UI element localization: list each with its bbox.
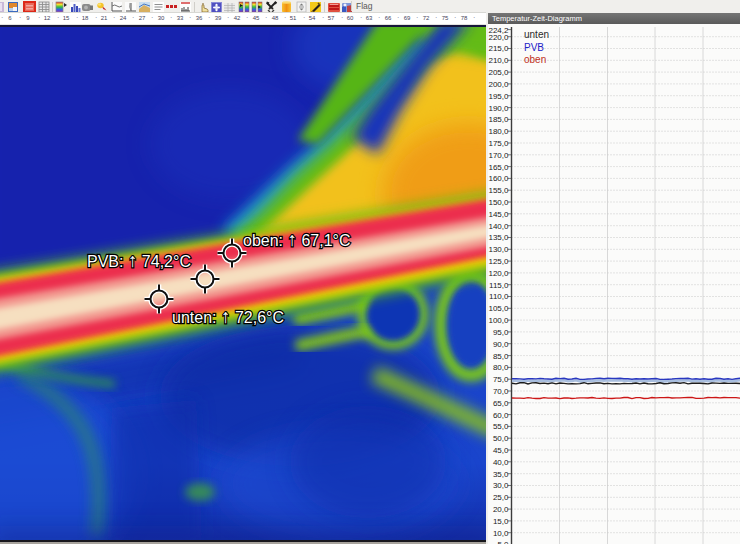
svg-text:160,0: 160,0 — [488, 174, 509, 183]
svg-text:120,0: 120,0 — [488, 269, 509, 278]
svg-text:205,0: 205,0 — [488, 68, 509, 77]
svg-text:150,0: 150,0 — [488, 198, 509, 207]
svg-text:145,0: 145,0 — [488, 210, 509, 219]
svg-text:45,0: 45,0 — [493, 446, 509, 455]
svg-text:170,0: 170,0 — [488, 151, 509, 160]
svg-text:75,0: 75,0 — [493, 375, 509, 384]
svg-text:135,0: 135,0 — [488, 233, 509, 242]
svg-text:80,0: 80,0 — [493, 363, 509, 372]
svg-text:50,0: 50,0 — [493, 434, 509, 443]
svg-text:15,0: 15,0 — [493, 517, 509, 526]
svg-text:215,0: 215,0 — [488, 44, 509, 53]
svg-text:65,0: 65,0 — [493, 399, 509, 408]
svg-text:190,0: 190,0 — [488, 104, 509, 113]
svg-text:55,0: 55,0 — [493, 422, 509, 431]
svg-text:60,0: 60,0 — [493, 411, 509, 420]
svg-text:130,0: 130,0 — [488, 245, 509, 254]
svg-text:165,0: 165,0 — [488, 163, 509, 172]
svg-text:180,0: 180,0 — [488, 127, 509, 136]
svg-text:100,0: 100,0 — [488, 316, 509, 325]
svg-text:unten: ↑ 72,6°C: unten: ↑ 72,6°C — [172, 306, 284, 327]
svg-text:90,0: 90,0 — [493, 340, 509, 349]
svg-text:oben: oben — [524, 54, 546, 65]
svg-text:unten: unten — [524, 29, 549, 40]
svg-text:110,0: 110,0 — [489, 292, 509, 301]
svg-text:20,0: 20,0 — [493, 505, 509, 514]
svg-text:85,0: 85,0 — [493, 352, 509, 361]
svg-text:185,0: 185,0 — [488, 115, 509, 124]
svg-text:105,0: 105,0 — [488, 304, 509, 313]
svg-text:25,0: 25,0 — [493, 493, 509, 502]
svg-text:PVB: PVB — [524, 42, 544, 53]
svg-text:220,0: 220,0 — [488, 33, 509, 42]
svg-text:95,0: 95,0 — [493, 328, 509, 337]
svg-text:5,0: 5,0 — [497, 540, 509, 544]
svg-text:155,0: 155,0 — [488, 186, 509, 195]
svg-text:175,0: 175,0 — [488, 139, 509, 148]
svg-text:210,0: 210,0 — [488, 56, 509, 65]
svg-text:195,0: 195,0 — [488, 92, 509, 101]
svg-text:200,0: 200,0 — [488, 80, 509, 89]
svg-text:PVB: ↑ 74,2°C: PVB: ↑ 74,2°C — [87, 250, 191, 271]
svg-text:10,0: 10,0 — [493, 529, 509, 538]
svg-text:35,0: 35,0 — [493, 470, 509, 479]
svg-text:70,0: 70,0 — [493, 387, 509, 396]
svg-text:30,0: 30,0 — [493, 481, 509, 490]
svg-text:125,0: 125,0 — [488, 257, 509, 266]
svg-text:40,0: 40,0 — [493, 458, 509, 467]
svg-text:115,0: 115,0 — [489, 281, 509, 290]
svg-text:140,0: 140,0 — [488, 222, 509, 231]
svg-text:oben: ↑ 67,1°C: oben: ↑ 67,1°C — [243, 229, 351, 250]
